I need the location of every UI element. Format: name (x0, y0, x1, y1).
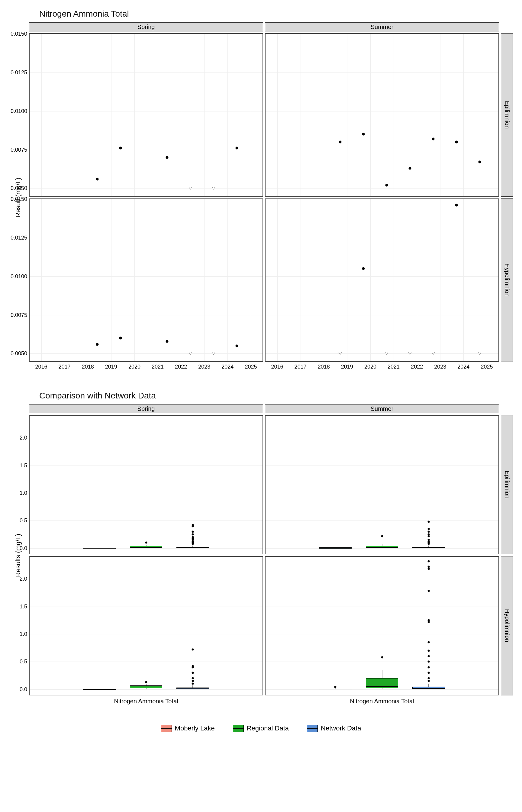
outlier-point (427, 590, 429, 592)
below-dl-icon (478, 352, 482, 355)
ytick: 2.0 (20, 435, 29, 441)
outlier-point (427, 528, 429, 530)
outlier-point (427, 566, 429, 568)
ytick: 1.5 (20, 462, 29, 469)
below-dl-icon (431, 352, 435, 355)
ytick: 2.0 (20, 576, 29, 582)
outlier-point (192, 677, 194, 679)
xtick: 2020 (364, 361, 376, 370)
ytick: 0.5 (20, 517, 29, 524)
ytick: 0.5 (20, 658, 29, 665)
ytick: 1.0 (20, 490, 29, 496)
data-point (432, 138, 435, 140)
ytick: 1.0 (20, 631, 29, 637)
outlier-point (427, 655, 429, 657)
panel-spring-hypo: 0.00500.00750.01000.01250.01502016201720… (29, 199, 263, 362)
legend-label-network: Network Data (321, 725, 361, 732)
xtick: 2016 (271, 361, 283, 370)
xtick: 2023 (434, 361, 446, 370)
xtick: 2023 (198, 361, 210, 370)
ytick: 0.0050 (11, 185, 29, 191)
chart-2-grid: Results (mg/L) Spring Summer Epilimnion … (9, 404, 513, 706)
legend-swatch-regional (233, 725, 244, 732)
below-dl-icon (338, 352, 342, 355)
panel-box-spring-epi: 0.00.51.01.52.0 (29, 415, 263, 554)
ytick: 0.0075 (11, 146, 29, 153)
outlier-point (427, 530, 429, 532)
row-strip-hypo: Hypolimnion (501, 199, 513, 362)
data-point (455, 141, 458, 143)
below-dl-icon (188, 187, 192, 190)
outlier-point (427, 677, 429, 679)
outlier-point (381, 656, 383, 658)
chart-2-ylabel: Results (mg/L) (9, 415, 27, 695)
legend-network: Network Data (307, 725, 361, 732)
outlier-point (427, 666, 429, 668)
outlier-point (427, 568, 429, 570)
col-strip-spring: Spring (29, 22, 263, 32)
chart-1-grid: Result (mg/L) Spring Summer Epilimnion H… (9, 22, 513, 373)
chart-2-title: Comparison with Network Data (9, 391, 513, 401)
panel-summer-epi (265, 33, 499, 197)
below-dl-icon (212, 187, 215, 190)
below-dl-icon (188, 352, 192, 355)
data-point (455, 204, 458, 207)
xtick: 2018 (82, 361, 94, 370)
data-point (385, 184, 388, 187)
xtick: 2017 (59, 361, 71, 370)
xtick: 2024 (457, 361, 469, 370)
xtick: 2018 (318, 361, 330, 370)
below-dl-icon (385, 352, 388, 355)
data-point (96, 178, 99, 180)
ytick: 0.0 (20, 545, 29, 551)
outlier-point (192, 665, 194, 667)
row-strip-hypo-2: Hypolimnion (501, 556, 513, 695)
panel-spring-epi: 0.00500.00750.01000.01250.0150 (29, 33, 263, 197)
xtick: 2019 (341, 361, 353, 370)
xtick: 2016 (35, 361, 47, 370)
legend-regional: Regional Data (233, 725, 289, 732)
data-point (165, 340, 168, 343)
outlier-point (335, 686, 337, 688)
legend-moberly: Moberly Lake (161, 725, 215, 732)
outlier-point (192, 649, 194, 651)
outlier-point (145, 681, 147, 683)
panel-box-summer-epi (265, 415, 499, 554)
col-strip-spring-2: Spring (29, 404, 263, 413)
outlier-point (427, 672, 429, 674)
outlier-point (427, 680, 429, 682)
ytick: 0.0050 (11, 350, 29, 357)
xtick: 2019 (105, 361, 117, 370)
chart-2: Comparison with Network Data Results (mg… (9, 391, 513, 706)
ytick: 0.0 (20, 686, 29, 692)
outlier-point (192, 530, 194, 532)
xtick: 2025 (481, 361, 493, 370)
xtick: 2020 (128, 361, 140, 370)
data-point (479, 161, 481, 163)
col-strip-summer: Summer (265, 22, 499, 32)
data-point (236, 147, 238, 149)
ytick: 0.0150 (11, 31, 29, 37)
data-point (362, 267, 365, 270)
data-point (165, 156, 168, 159)
ytick: 0.0125 (11, 69, 29, 76)
outlier-point (427, 641, 429, 644)
panel-summer-hypo: 2016201720182019202020212022202320242025 (265, 199, 499, 362)
xtick: 2022 (175, 361, 187, 370)
xtick: 2021 (152, 361, 164, 370)
data-point (362, 133, 365, 136)
col-strip-summer-2: Summer (265, 404, 499, 413)
xtick: 2017 (295, 361, 307, 370)
row-strip-epi-2: Epilimnion (501, 415, 513, 554)
legend-swatch-network (307, 725, 318, 732)
chart-1-title: Nitrogen Ammonia Total (9, 9, 513, 19)
outlier-point (192, 672, 194, 674)
outlier-point (192, 536, 194, 538)
data-point (96, 343, 99, 346)
panel-box-summer-hypo: Nitrogen Ammonia Total (265, 556, 499, 695)
ytick: 0.0075 (11, 312, 29, 318)
xtick: 2024 (221, 361, 234, 370)
xtick: 2021 (387, 361, 400, 370)
outlier-point (427, 619, 429, 622)
outlier-point (427, 649, 429, 652)
